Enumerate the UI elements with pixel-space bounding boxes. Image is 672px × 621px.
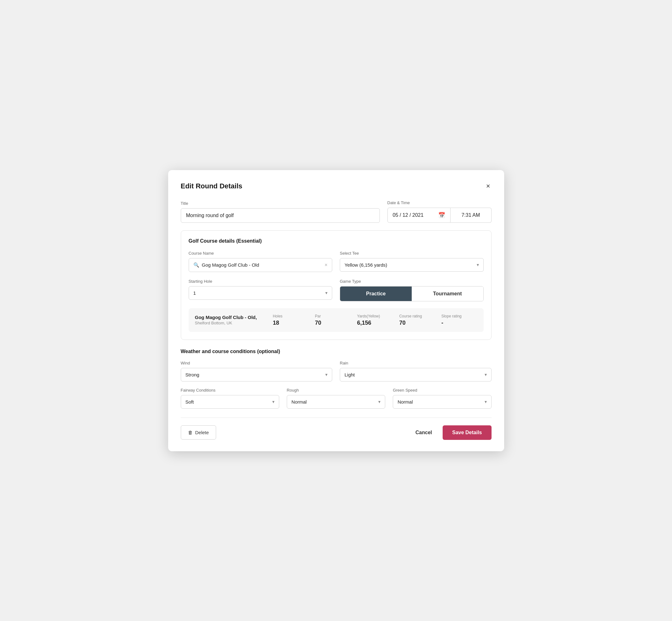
rain-value: Light [344, 372, 485, 377]
fairway-value: Soft [185, 399, 272, 405]
green-speed-dropdown[interactable]: Normal ▾ [393, 395, 491, 409]
wind-group: Wind Strong ▾ [181, 361, 333, 381]
search-icon: 🔍 [194, 262, 199, 268]
cancel-button[interactable]: Cancel [412, 426, 435, 440]
course-rating-label: Course rating [399, 314, 422, 318]
delete-button[interactable]: 🗑 Delete [181, 425, 216, 440]
save-button[interactable]: Save Details [443, 425, 491, 440]
tournament-button[interactable]: Tournament [412, 287, 483, 301]
game-type-group: Game Type Practice Tournament [340, 279, 484, 301]
title-group: Title [181, 201, 380, 223]
yards-label: Yards(Yellow) [357, 314, 380, 318]
date-value: 05 / 12 / 2021 [393, 212, 424, 218]
weather-section-title: Weather and course conditions (optional) [181, 349, 492, 355]
starting-hole-dropdown[interactable]: 1 ▾ [189, 286, 333, 300]
starting-hole-label: Starting Hole [189, 279, 333, 284]
datetime-group: Date & Time 05 / 12 / 2021 📅 7:31 AM [387, 200, 492, 223]
select-tee-label: Select Tee [340, 251, 484, 256]
holes-stat: Holes 18 [266, 314, 309, 326]
green-speed-group: Green Speed Normal ▾ [393, 388, 491, 409]
clear-icon[interactable]: × [325, 262, 328, 268]
wind-label: Wind [181, 361, 333, 365]
close-button[interactable]: × [485, 181, 492, 191]
time-value: 7:31 AM [462, 212, 480, 218]
chevron-down-icon: ▾ [272, 399, 275, 404]
game-type-label: Game Type [340, 279, 484, 284]
course-section: Golf Course details (Essential) Course N… [181, 230, 492, 340]
footer-divider [181, 417, 492, 418]
course-info-location: Shelford Bottom, UK [195, 321, 266, 325]
par-label: Par [315, 314, 321, 318]
chevron-down-icon: ▾ [485, 372, 487, 377]
practice-button[interactable]: Practice [340, 287, 412, 301]
fairway-dropdown[interactable]: Soft ▾ [181, 395, 279, 409]
slope-rating-label: Slope rating [442, 314, 462, 318]
fairway-label: Fairway Conditions [181, 388, 279, 392]
course-name-input[interactable]: 🔍 Gog Magog Golf Club - Old × [189, 258, 333, 272]
conditions-row: Fairway Conditions Soft ▾ Rough Normal ▾… [181, 388, 492, 409]
wind-dropdown[interactable]: Strong ▾ [181, 368, 333, 381]
slope-rating-stat: Slope rating - [435, 314, 477, 326]
par-stat: Par 70 [308, 314, 351, 326]
holes-value: 18 [273, 320, 279, 326]
yards-value: 6,156 [357, 320, 371, 326]
calendar-icon: 📅 [438, 212, 445, 219]
footer-right: Cancel Save Details [412, 425, 492, 440]
course-info-name: Gog Magog Golf Club - Old, [195, 315, 266, 320]
top-fields: Title Date & Time 05 / 12 / 2021 📅 7:31 … [181, 200, 492, 223]
rain-label: Rain [340, 361, 492, 365]
weather-section: Weather and course conditions (optional)… [181, 349, 492, 409]
select-tee-value: Yellow (6,156 yards) [344, 262, 477, 267]
course-fields-row: Course Name 🔍 Gog Magog Golf Club - Old … [189, 251, 484, 272]
rough-dropdown[interactable]: Normal ▾ [287, 395, 385, 409]
course-name-group: Course Name 🔍 Gog Magog Golf Club - Old … [189, 251, 333, 272]
date-picker[interactable]: 05 / 12 / 2021 📅 [387, 208, 451, 223]
yards-stat: Yards(Yellow) 6,156 [351, 314, 393, 326]
title-input[interactable] [181, 208, 380, 223]
rough-group: Rough Normal ▾ [287, 388, 385, 409]
time-picker[interactable]: 7:31 AM [451, 208, 492, 223]
select-tee-group: Select Tee Yellow (6,156 yards) ▾ [340, 251, 484, 272]
green-speed-value: Normal [397, 399, 484, 405]
modal-title: Edit Round Details [181, 182, 243, 190]
footer-row: 🗑 Delete Cancel Save Details [181, 425, 492, 440]
wind-rain-row: Wind Strong ▾ Rain Light ▾ [181, 361, 492, 381]
rain-dropdown[interactable]: Light ▾ [340, 368, 492, 381]
wind-value: Strong [185, 372, 326, 377]
title-label: Title [181, 201, 380, 206]
starting-hole-group: Starting Hole 1 ▾ [189, 279, 333, 301]
chevron-down-icon: ▾ [485, 399, 487, 404]
rough-value: Normal [292, 399, 378, 405]
rough-label: Rough [287, 388, 385, 392]
green-speed-label: Green Speed [393, 388, 491, 392]
slope-rating-value: - [442, 320, 443, 326]
trash-icon: 🗑 [188, 430, 193, 435]
course-name-label: Course Name [189, 251, 333, 256]
course-info-name-col: Gog Magog Golf Club - Old, Shelford Bott… [195, 315, 266, 325]
select-tee-dropdown[interactable]: Yellow (6,156 yards) ▾ [340, 258, 484, 272]
chevron-down-icon: ▾ [325, 290, 328, 295]
datetime-label: Date & Time [387, 200, 492, 205]
delete-label: Delete [195, 430, 209, 435]
hole-gametype-row: Starting Hole 1 ▾ Game Type Practice Tou… [189, 279, 484, 301]
starting-hole-value: 1 [194, 290, 326, 296]
modal-header: Edit Round Details × [181, 181, 492, 191]
datetime-row: 05 / 12 / 2021 📅 7:31 AM [387, 208, 492, 223]
course-info-row: Gog Magog Golf Club - Old, Shelford Bott… [189, 308, 484, 332]
par-value: 70 [315, 320, 321, 326]
edit-round-modal: Edit Round Details × Title Date & Time 0… [168, 170, 504, 451]
game-type-toggle: Practice Tournament [340, 286, 484, 301]
chevron-down-icon: ▾ [477, 262, 479, 267]
fairway-group: Fairway Conditions Soft ▾ [181, 388, 279, 409]
course-section-title: Golf Course details (Essential) [189, 238, 484, 244]
rain-group: Rain Light ▾ [340, 361, 492, 381]
chevron-down-icon: ▾ [378, 399, 380, 404]
course-rating-value: 70 [399, 320, 406, 326]
course-name-value: Gog Magog Golf Club - Old [202, 262, 322, 267]
chevron-down-icon: ▾ [325, 372, 328, 377]
course-rating-stat: Course rating 70 [393, 314, 435, 326]
holes-label: Holes [273, 314, 283, 318]
